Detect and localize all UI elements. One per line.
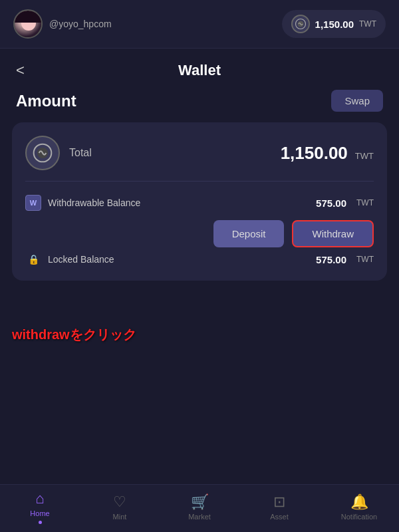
header-token-symbol: TWT	[359, 19, 376, 29]
total-row: Total 1,150.00 TWT	[25, 136, 374, 182]
wallet-header: < Wallet	[0, 49, 399, 86]
wallet-card: Total 1,150.00 TWT W Withdrawable Balanc…	[12, 122, 387, 281]
withdrawable-label: Withdrawable Balance	[48, 198, 309, 208]
nav-notification[interactable]: 🔔 Notification	[339, 493, 379, 521]
header-balance: 1,150.00	[315, 19, 354, 30]
nav-mint[interactable]: ♡ Mint	[100, 493, 140, 521]
amount-label: Amount	[16, 92, 76, 110]
total-amount-group: 1,150.00 TWT	[281, 143, 374, 164]
nav-home[interactable]: ⌂ Home	[20, 490, 60, 524]
locked-label: Locked Balance	[48, 254, 309, 265]
nav-market-label: Market	[188, 513, 211, 521]
lock-icon: 🔒	[25, 251, 41, 267]
nav-market[interactable]: 🛒 Market	[180, 493, 219, 521]
bottom-nav: ⌂ Home ♡ Mint 🛒 Market ⊡ Asset 🔔 Notific…	[0, 484, 399, 532]
wallet-title: Wallet	[16, 62, 383, 79]
nav-notification-label: Notification	[341, 513, 377, 521]
username: @yoyo_hpcom	[49, 19, 112, 29]
withdrawable-amount: 575.00	[316, 198, 346, 209]
back-button[interactable]: <	[16, 62, 25, 79]
locked-balance-row: 🔒 Locked Balance 575.00 TWT	[25, 251, 374, 267]
twt-icon	[291, 15, 310, 33]
deposit-button[interactable]: Deposit	[213, 220, 285, 247]
user-info: @yoyo_hpcom	[13, 9, 112, 39]
nav-home-label: Home	[30, 509, 49, 517]
nav-mint-label: Mint	[113, 513, 127, 521]
total-amount: 1,150.00	[281, 143, 348, 164]
avatar	[13, 9, 43, 39]
swap-button[interactable]: Swap	[331, 90, 383, 112]
top-bar: @yoyo_hpcom 1,150.00 TWT	[0, 0, 399, 49]
withdraw-button[interactable]: Withdraw	[292, 220, 374, 247]
total-label: Total	[69, 147, 271, 159]
locked-amount: 575.00	[316, 254, 346, 265]
nav-asset[interactable]: ⊡ Asset	[259, 493, 299, 521]
home-icon: ⌂	[35, 490, 44, 507]
market-icon: 🛒	[191, 493, 209, 511]
amount-row: Amount Swap	[0, 86, 399, 122]
locked-symbol: TWT	[356, 255, 374, 264]
active-dot	[39, 521, 42, 524]
large-twt-icon	[25, 136, 60, 170]
notification-icon: 🔔	[350, 493, 368, 511]
withdrawable-icon: W	[25, 195, 41, 211]
overlay-instruction: withdrawをクリック	[12, 326, 136, 344]
token-balance-chip: 1,150.00 TWT	[282, 10, 386, 38]
withdrawable-section: W Withdrawable Balance 575.00 TWT Deposi…	[25, 195, 374, 247]
action-buttons: Deposit Withdraw	[25, 220, 374, 247]
total-symbol: TWT	[355, 151, 374, 161]
withdrawable-balance-row: W Withdrawable Balance 575.00 TWT	[25, 195, 374, 211]
mint-icon: ♡	[113, 493, 126, 511]
asset-icon: ⊡	[273, 493, 285, 511]
withdrawable-symbol: TWT	[356, 198, 374, 207]
nav-asset-label: Asset	[270, 513, 289, 521]
